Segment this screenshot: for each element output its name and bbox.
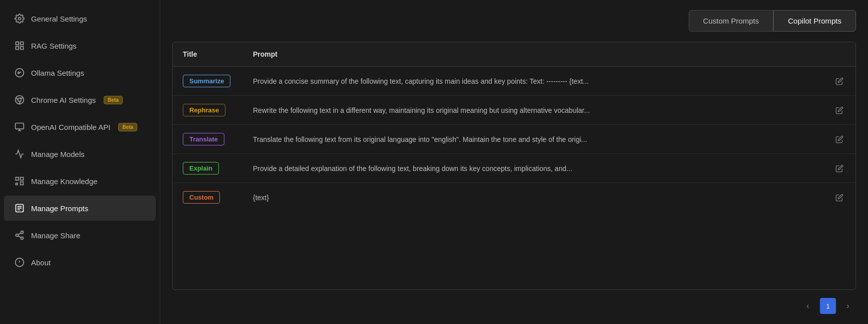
main-content: Custom Prompts Copilot Prompts Title Pro… — [160, 0, 868, 324]
table-row: TranslateTranslate the following text fr… — [173, 125, 855, 154]
svg-line-23 — [18, 236, 21, 237]
cell-title-rephrase: Rephrase — [173, 96, 243, 125]
sidebar-label-manage-knowledge: Manage Knowledge — [31, 177, 98, 186]
svg-rect-15 — [21, 182, 24, 185]
sidebar-item-manage-models[interactable]: Manage Models — [4, 141, 156, 167]
sidebar-label-general-settings: General Settings — [31, 15, 87, 23]
svg-rect-13 — [16, 178, 19, 181]
prompt-badge-summarize: Summarize — [183, 75, 230, 87]
prompt-text-rephrase: Rewrite the following text in a differen… — [253, 106, 590, 114]
table-row: ExplainProvide a detailed explanation of… — [173, 154, 855, 183]
svg-rect-2 — [21, 42, 24, 45]
svg-rect-10 — [16, 123, 24, 129]
edit-button-translate[interactable] — [833, 133, 845, 145]
table-row: RephraseRewrite the following text in a … — [173, 96, 855, 125]
pagination: ‹ 1 › — [172, 298, 856, 314]
sidebar-item-manage-knowledge[interactable]: Manage Knowledge — [4, 169, 156, 194]
sidebar-label-rag-settings: RAG Settings — [31, 42, 77, 50]
prompt-text-custom: {text} — [253, 194, 269, 202]
svg-rect-4 — [21, 47, 24, 50]
next-page-button[interactable]: › — [840, 298, 856, 314]
prompt-badge-translate: Translate — [183, 133, 224, 145]
column-actions — [823, 42, 855, 67]
sidebar-item-about[interactable]: About — [4, 250, 156, 275]
prev-page-button[interactable]: ‹ — [800, 298, 816, 314]
sidebar-label-ollama-settings: Ollama Settings — [31, 69, 84, 77]
edit-button-summarize[interactable] — [833, 75, 845, 87]
edit-button-custom[interactable] — [833, 192, 845, 204]
chrome-icon — [14, 94, 25, 105]
cell-prompt-custom: {text} — [243, 183, 823, 212]
share-icon — [14, 230, 25, 241]
sidebar: General Settings RAG Settings Ollama Set… — [0, 0, 160, 324]
openai-icon — [14, 121, 25, 132]
cell-title-explain: Explain — [173, 154, 243, 183]
prompt-text-translate: Translate the following text from its or… — [253, 135, 587, 143]
tab-copilot-prompts[interactable]: Copilot Prompts — [773, 10, 856, 32]
prompt-text-summarize: Provide a concise summary of the followi… — [253, 77, 589, 85]
ollama-icon — [14, 67, 25, 78]
cell-title-custom: Custom — [173, 183, 243, 212]
svg-rect-1 — [16, 42, 19, 45]
svg-rect-3 — [16, 47, 19, 50]
cell-edit-translate — [823, 125, 855, 154]
knowledge-icon — [14, 176, 25, 187]
prompt-badge-custom: Custom — [183, 191, 220, 204]
cell-title-summarize: Summarize — [173, 67, 243, 96]
beta-badge-openai: Beta — [118, 123, 137, 131]
beta-badge-chrome: Beta — [104, 96, 123, 104]
svg-rect-14 — [21, 178, 24, 181]
cell-edit-explain — [823, 154, 855, 183]
svg-line-24 — [18, 233, 21, 234]
sidebar-item-chrome-ai-settings[interactable]: Chrome AI Settings Beta — [4, 87, 156, 112]
svg-point-21 — [16, 234, 19, 237]
edit-button-rephrase[interactable] — [833, 104, 845, 116]
about-icon — [14, 257, 25, 268]
sidebar-item-manage-prompts[interactable]: Manage Prompts — [4, 196, 156, 221]
prompts-table: Title Prompt SummarizeProvide a concise … — [173, 42, 855, 212]
prompt-badge-explain: Explain — [183, 162, 219, 175]
header-tabs: Custom Prompts Copilot Prompts — [172, 10, 856, 32]
svg-point-0 — [19, 18, 21, 20]
sidebar-item-openai-compatible-api[interactable]: OpenAI Compatible API Beta — [4, 114, 156, 139]
sidebar-label-openai-compatible-api: OpenAI Compatible API — [31, 123, 110, 131]
cell-prompt-rephrase: Rewrite the following text in a differen… — [243, 96, 823, 125]
sidebar-label-about: About — [31, 258, 51, 267]
cell-edit-summarize — [823, 67, 855, 96]
column-title: Title — [173, 42, 243, 67]
prompts-table-container: Title Prompt SummarizeProvide a concise … — [172, 42, 856, 290]
gear-icon — [14, 13, 25, 24]
sidebar-label-manage-models: Manage Models — [31, 150, 85, 158]
cell-edit-rephrase — [823, 96, 855, 125]
edit-button-explain[interactable] — [833, 163, 845, 175]
sidebar-item-ollama-settings[interactable]: Ollama Settings — [4, 60, 156, 85]
sidebar-label-manage-prompts: Manage Prompts — [31, 204, 88, 213]
cell-prompt-translate: Translate the following text from its or… — [243, 125, 823, 154]
tab-custom-prompts[interactable]: Custom Prompts — [689, 10, 774, 32]
column-prompt: Prompt — [243, 42, 823, 67]
sidebar-item-general-settings[interactable]: General Settings — [4, 6, 156, 31]
sidebar-label-manage-share: Manage Share — [31, 231, 80, 240]
svg-point-20 — [21, 231, 24, 234]
cell-prompt-summarize: Provide a concise summary of the followi… — [243, 67, 823, 96]
sidebar-item-rag-settings[interactable]: RAG Settings — [4, 33, 156, 58]
prompt-text-explain: Provide a detailed explanation of the fo… — [253, 165, 572, 173]
table-row: SummarizeProvide a concise summary of th… — [173, 67, 855, 96]
sidebar-label-chrome-ai-settings: Chrome AI Settings — [31, 96, 96, 104]
prompt-badge-rephrase: Rephrase — [183, 104, 225, 116]
sidebar-item-manage-share[interactable]: Manage Share — [4, 223, 156, 248]
cell-edit-custom — [823, 183, 855, 212]
cell-prompt-explain: Provide a detailed explanation of the fo… — [243, 154, 823, 183]
table-row: Custom{text} — [173, 183, 855, 212]
models-icon — [14, 148, 25, 159]
svg-point-22 — [21, 237, 24, 239]
rag-icon — [14, 40, 25, 51]
current-page-button[interactable]: 1 — [820, 298, 836, 314]
prompts-icon — [14, 203, 25, 214]
cell-title-translate: Translate — [173, 125, 243, 154]
